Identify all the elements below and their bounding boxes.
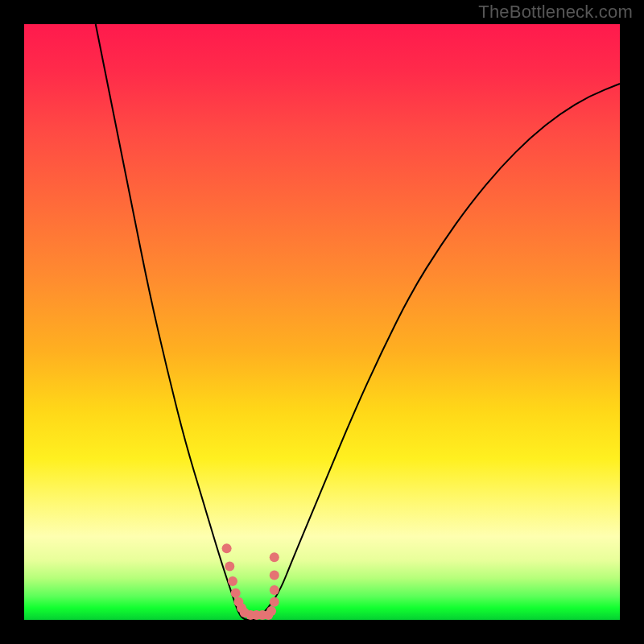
svg-point-13 — [270, 585, 279, 595]
svg-point-11 — [266, 606, 276, 616]
curve-layer — [24, 24, 620, 620]
watermark-label: TheBottleneck.com — [478, 2, 633, 23]
bottleneck-curve — [96, 24, 620, 620]
svg-point-1 — [225, 561, 234, 571]
svg-point-12 — [270, 597, 279, 607]
svg-point-3 — [231, 588, 241, 598]
svg-point-14 — [270, 571, 279, 580]
chart-frame: TheBottleneck.com — [0, 0, 644, 644]
sweet-spot-marker — [222, 543, 279, 620]
svg-point-15 — [270, 552, 279, 562]
gradient-plot-area — [24, 24, 620, 620]
svg-point-2 — [228, 576, 237, 586]
svg-point-0 — [222, 543, 232, 553]
